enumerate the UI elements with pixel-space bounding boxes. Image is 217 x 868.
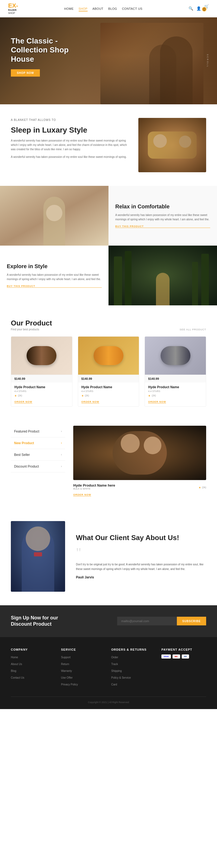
featured-product-name: Hyde Product Name here BULK & WHITE bbox=[73, 483, 115, 492]
product-name-2: Hyde Product Name bbox=[81, 385, 136, 389]
featured-product-area: Hyde Product Name here BULK & WHITE ★ (2… bbox=[73, 426, 206, 497]
explore-buy-link[interactable]: BUY THIS PRODUCT bbox=[7, 285, 102, 288]
product-name-1: Hyde Product Name bbox=[14, 385, 69, 389]
footer-link-track[interactable]: Track bbox=[111, 661, 156, 666]
newsletter-form: SUBSCRIBE bbox=[117, 617, 206, 625]
order-now-2[interactable]: ORDER NOW bbox=[81, 400, 99, 403]
footer-link-shipping[interactable]: Shipping bbox=[111, 668, 156, 673]
footer-link-privacy[interactable]: Privacy Policy bbox=[61, 682, 106, 686]
hero-side-text: SCROLL bbox=[206, 54, 209, 68]
luxury-text1: A wonderful serenity has taken possessio… bbox=[11, 138, 130, 152]
newsletter-email-input[interactable] bbox=[117, 617, 177, 625]
product-section-header: Our Product Find your best products SEE … bbox=[11, 319, 206, 331]
footer-link-useoffer[interactable]: Use Offer bbox=[61, 675, 106, 680]
footer-bottom: Copyright © 2021 | All Right Reserved bbox=[11, 696, 206, 704]
product-info-3: Hyde Product Name 4.4 STARS ★ (2k) ORDER… bbox=[145, 382, 206, 406]
product-image-1 bbox=[11, 337, 72, 375]
rating-count-3: (2k) bbox=[152, 394, 156, 397]
footer-payment: PAYMENT ACCEPT VISA MC PP bbox=[161, 648, 206, 688]
footer-orders-title: ORDERS & RETURNS bbox=[111, 648, 156, 651]
order-now-3[interactable]: ORDER NOW bbox=[148, 400, 166, 403]
testimonial-quote: Don't try to be original just try to be … bbox=[76, 562, 206, 571]
visa-card: VISA bbox=[161, 654, 171, 658]
product-sub-1: 4.4 STARS bbox=[14, 390, 69, 393]
product-price-1: $140.99 bbox=[11, 375, 72, 382]
cart-icon[interactable]: 🛒 0 bbox=[204, 4, 209, 13]
footer-service-title: SERVICE bbox=[61, 648, 106, 651]
star-icon-2: ★ bbox=[81, 394, 84, 397]
nav-blog[interactable]: BLOG bbox=[108, 6, 117, 11]
nav-contact[interactable]: CONTACT US bbox=[122, 6, 143, 11]
testimonial-title: What Our Client Say About Us! bbox=[76, 533, 206, 542]
product-info-2: Hyde Product Name 4.4 STARS ★ (2k) ORDER… bbox=[78, 382, 139, 406]
featured-order-now[interactable]: ORDER NOW bbox=[73, 493, 91, 496]
logo[interactable]: EX- RAZER SHOP bbox=[8, 3, 18, 14]
order-now-1[interactable]: ORDER NOW bbox=[14, 400, 32, 403]
header-icons: 🔍 👤 🛒 0 bbox=[188, 4, 209, 13]
product-card-3[interactable]: $140.99 Hyde Product Name 4.4 STARS ★ (2… bbox=[145, 336, 206, 407]
footer-payment-title: PAYMENT ACCEPT bbox=[161, 648, 206, 651]
rating-count-1: (2k) bbox=[18, 394, 22, 397]
explore-text: A wonderful serenity has taken possessio… bbox=[7, 273, 102, 281]
menu-item-featured[interactable]: Featured Product › bbox=[11, 426, 65, 437]
footer-link-about[interactable]: About Us bbox=[11, 661, 56, 666]
luxury-section: A blanket that allows to Sleep in Luxary… bbox=[0, 104, 217, 186]
relax-text: A wonderful serenity has taken possessio… bbox=[115, 213, 210, 222]
featured-product-image bbox=[73, 426, 206, 480]
header: EX- RAZER SHOP HOME SHOP ABOUT BLOG CONT… bbox=[0, 0, 217, 18]
logo-ex: EX- bbox=[8, 3, 18, 9]
copyright-text: Copyright © 2021 | All Right Reserved bbox=[11, 701, 206, 704]
footer-link-return[interactable]: Return bbox=[61, 661, 106, 666]
payment-cards: VISA MC PP bbox=[161, 654, 206, 658]
product-info-1: Hyde Product Name 4.4 STARS ★ (2k) ORDER… bbox=[11, 382, 72, 406]
nav-about[interactable]: ABOUT bbox=[93, 6, 103, 11]
footer-link-policy[interactable]: Policy & Service bbox=[111, 675, 156, 680]
nav-shop[interactable]: SHOP bbox=[79, 6, 87, 11]
explore-text: Explore in Style A wonderful serenity ha… bbox=[0, 246, 108, 305]
subscribe-button[interactable]: SUBSCRIBE bbox=[177, 617, 206, 625]
featured-section: Featured Product › New Product › Best Se… bbox=[0, 415, 217, 507]
relax-title: Relax in Comfortable bbox=[115, 203, 210, 210]
see-all-link[interactable]: SEE ALL PRODUCT bbox=[180, 328, 206, 331]
chevron-icon-discount: › bbox=[61, 465, 62, 468]
menu-item-bestseller[interactable]: Best Seller › bbox=[11, 449, 65, 461]
star-icon-1: ★ bbox=[14, 394, 17, 397]
menu-item-discount[interactable]: Discount Product › bbox=[11, 461, 65, 472]
footer: COMPANY Home About Us Blog Contact Us SE… bbox=[0, 637, 217, 709]
footer-link-order[interactable]: Order bbox=[111, 654, 156, 659]
footer-link-card[interactable]: Card bbox=[111, 682, 156, 686]
blanket-roll-2 bbox=[94, 346, 123, 365]
product-card-2[interactable]: $140.99 Hyde Product Name 4.4 STARS ★ (2… bbox=[78, 336, 139, 407]
newsletter-title: Sign Up Now for our Discount Product bbox=[11, 615, 65, 627]
relax-text: Relax in Comfortable A wonderful serenit… bbox=[108, 186, 217, 246]
nav-home[interactable]: HOME bbox=[64, 6, 74, 11]
featured-product-info: Hyde Product Name here BULK & WHITE ★ (2… bbox=[73, 483, 206, 497]
product-card-1[interactable]: $140.99 Hyde Product Name 4.4 STARS ★ (2… bbox=[11, 336, 72, 407]
hero-title: The Classic - Collection Shop House bbox=[11, 36, 76, 64]
footer-service: SERVICE Support Return Warranty Use Offe… bbox=[61, 648, 106, 688]
luxury-label: A blanket that allows to bbox=[11, 118, 130, 122]
chevron-icon-bestseller: › bbox=[61, 453, 62, 456]
footer-link-support[interactable]: Support bbox=[61, 654, 106, 659]
relax-buy-link[interactable]: BUY THIS PRODUCT bbox=[115, 225, 210, 228]
testimonial-section: What Our Client Say About Us! " Don't tr… bbox=[0, 507, 217, 605]
search-icon[interactable]: 🔍 bbox=[188, 6, 193, 10]
product-section-title: Our Product Find your best products bbox=[11, 319, 52, 331]
footer-service-links: Support Return Warranty Use Offer Privac… bbox=[61, 654, 106, 686]
product-image-3 bbox=[145, 337, 206, 375]
menu-item-new[interactable]: New Product › bbox=[11, 437, 65, 449]
chevron-icon-new: › bbox=[61, 441, 62, 444]
user-icon[interactable]: 👤 bbox=[196, 6, 201, 10]
featured-rating: ★ (2k) bbox=[198, 486, 207, 489]
featured-star-icon: ★ bbox=[198, 486, 201, 489]
footer-link-warranty[interactable]: Warranty bbox=[61, 668, 106, 673]
main-nav: HOME SHOP ABOUT BLOG CONTACT US bbox=[64, 6, 143, 11]
product-price-2: $140.99 bbox=[78, 375, 139, 382]
footer-company: COMPANY Home About Us Blog Contact Us bbox=[11, 648, 56, 688]
footer-link-home[interactable]: Home bbox=[11, 654, 56, 659]
luxury-text2: A wonderful serenity has taken possessio… bbox=[11, 155, 130, 159]
footer-company-links: Home About Us Blog Contact Us bbox=[11, 654, 56, 680]
footer-link-blog[interactable]: Blog bbox=[11, 668, 56, 673]
shop-now-button[interactable]: SHOP NOW bbox=[11, 69, 40, 76]
footer-link-contact[interactable]: Contact Us bbox=[11, 675, 56, 680]
